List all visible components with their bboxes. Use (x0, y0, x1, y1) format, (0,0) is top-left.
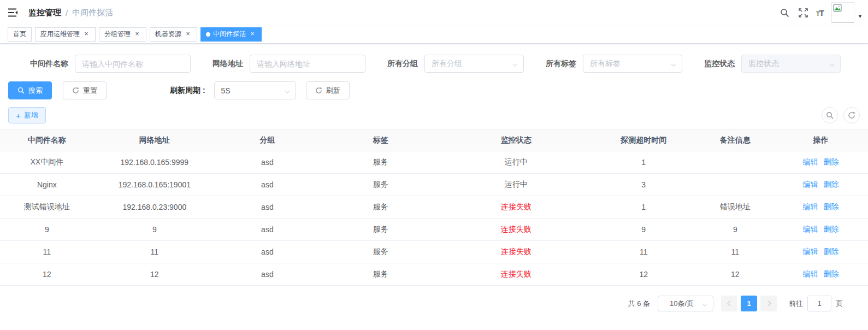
header-search-icon[interactable] (779, 7, 790, 18)
active-tab-dot-icon (206, 32, 210, 37)
search-button[interactable]: 搜索 (8, 81, 52, 99)
network-address-label: 网络地址 (212, 59, 243, 69)
cell-status: 连接失败 (442, 219, 591, 241)
delete-link[interactable]: 删除 (823, 247, 839, 257)
tab-home[interactable]: 首页 (8, 27, 32, 42)
pager: 1 (721, 296, 777, 311)
filter-monitor-status: 监控状态 监控状态 (704, 55, 841, 73)
page-size-select[interactable]: 10条/页 (658, 296, 713, 311)
table-row: 9 9 asd 服务 连接失败 9 9 编辑删除 (0, 219, 868, 241)
cell-name: 9 (0, 219, 94, 241)
chevron-down-icon (702, 301, 707, 306)
reset-button[interactable]: 重置 (63, 81, 107, 99)
delete-link[interactable]: 删除 (823, 225, 839, 234)
table-row: XX中间件 192.168.0.165:9999 asd 服务 运行中 1 编辑… (0, 151, 868, 174)
goto-page-input[interactable] (807, 296, 831, 311)
filter-group: 所有分组 所有分组 (387, 55, 524, 73)
cell-address: 192.168.0.165:9999 (94, 151, 215, 174)
toggle-search-icon-button[interactable] (822, 107, 838, 123)
tab-close-icon[interactable]: × (184, 31, 192, 38)
cell-remark (697, 151, 773, 174)
chevron-down-icon (671, 61, 676, 66)
tab-close-icon[interactable]: × (82, 31, 90, 38)
col-header-operations: 操作 (773, 129, 868, 151)
monitor-status-label: 监控状态 (704, 59, 735, 69)
avatar-broken-image-icon[interactable] (831, 2, 854, 23)
tab-machine-resource[interactable]: 机器资源 × (150, 27, 197, 42)
cell-timeout: 1 (591, 196, 697, 219)
actions-row: 搜索 重置 刷新周期 : 5S 刷新 (0, 73, 868, 99)
refresh-table-icon-button[interactable] (843, 107, 860, 123)
cell-address: 192.168.0.165:19001 (94, 174, 215, 196)
delete-link[interactable]: 删除 (823, 180, 839, 190)
delete-link[interactable]: 删除 (823, 157, 839, 167)
cell-timeout: 3 (591, 174, 697, 196)
cell-name: Nginx (0, 174, 94, 196)
refresh-period-label: 刷新周期 : (170, 86, 205, 96)
edit-link[interactable]: 编辑 (802, 202, 818, 212)
fullscreen-icon[interactable] (798, 7, 808, 18)
cell-tag: 服务 (320, 263, 442, 286)
edit-link[interactable]: 编辑 (802, 180, 818, 190)
filter-form: 中间件名称 网络地址 所有分组 所有分组 所有标签 所有标签 监控状态 监控状态 (0, 44, 868, 73)
middleware-name-label: 中间件名称 (30, 59, 68, 69)
cell-group: asd (215, 263, 320, 286)
user-avatar-dropdown[interactable]: ▾ (831, 2, 861, 23)
prev-page-button[interactable] (721, 296, 737, 311)
chevron-left-icon (727, 301, 733, 307)
network-address-input[interactable] (250, 55, 365, 73)
edit-link[interactable]: 编辑 (802, 225, 818, 234)
edit-link[interactable]: 编辑 (802, 247, 818, 257)
delete-link[interactable]: 删除 (823, 269, 839, 279)
middleware-table: 中间件名称 网络地址 分组 标签 监控状态 探测超时时间 备注信息 操作 XX中… (0, 129, 868, 286)
chevron-down-icon (829, 61, 834, 66)
tab-group-mgmt[interactable]: 分组管理 × (99, 27, 146, 42)
plus-icon: + (16, 111, 21, 120)
tab-label: 应用运维管理 (40, 30, 80, 39)
filter-middleware-name: 中间件名称 (30, 55, 191, 73)
tab-close-icon[interactable]: × (249, 31, 256, 38)
col-header-group: 分组 (215, 129, 320, 151)
cell-group: asd (215, 241, 320, 263)
group-label: 所有分组 (387, 59, 418, 69)
col-header-address: 网络地址 (94, 129, 215, 151)
col-header-name: 中间件名称 (0, 129, 94, 151)
cell-timeout: 11 (591, 241, 697, 263)
monitor-status-select[interactable]: 监控状态 (741, 55, 841, 73)
breadcrumb-section[interactable]: 监控管理 (28, 8, 61, 18)
cell-name: 11 (0, 241, 94, 263)
col-header-tag: 标签 (320, 129, 442, 151)
middleware-name-input[interactable] (75, 55, 191, 73)
group-select[interactable]: 所有分组 (424, 55, 524, 73)
delete-link[interactable]: 删除 (823, 202, 839, 212)
add-button[interactable]: + 新增 (8, 107, 46, 123)
col-header-timeout: 探测超时时间 (591, 129, 697, 151)
tags-view-bar: 首页 应用运维管理 × 分组管理 × 机器资源 × 中间件探活 × (0, 25, 868, 44)
cell-address: 12 (94, 263, 215, 286)
top-navbar: 监控管理 / 中间件探活 TT ▾ (0, 0, 868, 25)
table-header-row: 中间件名称 网络地址 分组 标签 监控状态 探测超时时间 备注信息 操作 (0, 129, 868, 151)
cell-address: 11 (94, 241, 215, 263)
current-page-button[interactable]: 1 (741, 296, 757, 311)
cell-tag: 服务 (320, 151, 442, 174)
search-button-label: 搜索 (28, 86, 43, 96)
edit-link[interactable]: 编辑 (802, 157, 818, 167)
tab-app-ops[interactable]: 应用运维管理 × (35, 27, 96, 42)
page-size-value: 10条/页 (670, 299, 694, 309)
edit-link[interactable]: 编辑 (802, 269, 818, 279)
refresh-period-select[interactable]: 5S (214, 81, 296, 99)
tag-select[interactable]: 所有标签 (583, 55, 682, 73)
tab-middleware-probe-active[interactable]: 中间件探活 × (200, 27, 262, 42)
refresh-button[interactable]: 刷新 (306, 81, 350, 99)
col-header-remark: 备注信息 (697, 129, 773, 151)
tag-label: 所有标签 (546, 59, 576, 69)
font-size-icon[interactable]: TT (816, 8, 824, 17)
tab-label: 分组管理 (104, 30, 131, 39)
tab-close-icon[interactable]: × (133, 31, 141, 38)
pagination-jumper: 前往 页 (789, 296, 843, 311)
cell-group: asd (215, 219, 320, 241)
next-page-button[interactable] (760, 296, 777, 311)
cell-remark: 9 (697, 219, 773, 241)
sidebar-collapse-icon[interactable] (8, 7, 20, 19)
tag-select-value: 所有标签 (590, 59, 621, 69)
